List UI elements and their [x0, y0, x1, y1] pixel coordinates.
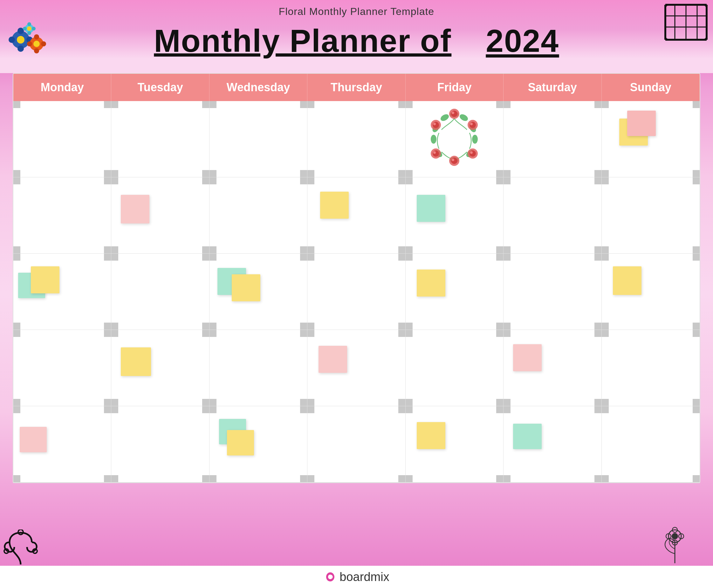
- sticky-note: [121, 195, 149, 224]
- header-section: Floral Monthly Planner Template Monthly …: [0, 0, 713, 73]
- corner-tl: [209, 330, 216, 337]
- boardmix-icon: [323, 570, 336, 583]
- sticky-note: [417, 195, 445, 222]
- corner-tl: [111, 406, 118, 413]
- svg-point-36: [431, 135, 437, 144]
- cell-r5-c6: [504, 406, 602, 482]
- svg-point-11: [27, 26, 32, 31]
- cell-r4-c6: [504, 330, 602, 406]
- sticky-note: [417, 270, 445, 297]
- sticky-note: [121, 348, 151, 376]
- corner-br: [202, 170, 209, 177]
- corner-br: [496, 246, 503, 253]
- cell-r4-c5: [405, 330, 504, 406]
- svg-point-39: [451, 111, 457, 117]
- corner-bl: [504, 322, 510, 330]
- corner-bl: [602, 322, 609, 330]
- cell-r2-c2: [111, 177, 209, 254]
- corner-tr: [693, 254, 700, 260]
- corner-tl: [308, 406, 314, 413]
- corner-tr: [693, 177, 700, 184]
- corner-tl: [602, 254, 609, 260]
- svg-point-29: [459, 113, 469, 122]
- corner-br: [496, 322, 503, 330]
- corner-br: [300, 322, 307, 330]
- corner-tl: [111, 330, 118, 337]
- footer: boardmix: [0, 566, 713, 588]
- sticky-note: [320, 192, 349, 219]
- svg-point-16: [41, 41, 46, 46]
- day-thursday: Thursday: [308, 74, 405, 101]
- corner-br: [104, 246, 111, 253]
- corner-tr: [693, 330, 700, 337]
- svg-point-10: [32, 27, 36, 30]
- corner-tl: [13, 406, 20, 413]
- corner-br: [398, 170, 405, 177]
- day-monday: Monday: [13, 74, 111, 101]
- corner-br: [693, 475, 700, 482]
- corner-tl: [13, 254, 20, 260]
- cell-r4-c7: [602, 330, 700, 406]
- day-saturday: Saturday: [504, 74, 602, 101]
- corner-bl: [13, 322, 20, 330]
- bottom-right-flower: [656, 525, 694, 570]
- cell-r1-c1: [13, 101, 111, 177]
- cell-r1-c5: [405, 101, 504, 177]
- corner-tr: [496, 101, 503, 108]
- svg-point-49: [433, 123, 436, 125]
- corner-bl: [504, 170, 510, 177]
- sticky-note: [232, 274, 260, 301]
- cell-r5-c1: [13, 406, 111, 482]
- cell-r1-c6: [504, 101, 602, 177]
- corner-tr: [496, 406, 503, 413]
- corner-bl: [13, 246, 20, 253]
- corner-tl: [405, 330, 413, 337]
- sticky-note: [613, 266, 642, 295]
- corner-tr: [300, 330, 307, 337]
- cell-r1-c2: [111, 101, 209, 177]
- cell-r2-c5: [405, 177, 504, 254]
- corner-tl: [405, 406, 413, 413]
- corner-tr: [693, 101, 700, 108]
- svg-point-54: [451, 158, 457, 164]
- corner-bl: [308, 399, 314, 406]
- corner-br: [594, 399, 602, 406]
- boardmix-logo: boardmix: [323, 570, 389, 584]
- cell-r2-c3: [209, 177, 308, 254]
- corner-br: [398, 399, 405, 406]
- cell-r4-c4: [308, 330, 405, 406]
- corner-bl: [504, 246, 510, 253]
- corner-bl: [13, 475, 20, 482]
- corner-bl: [602, 246, 609, 253]
- corner-bl: [209, 475, 216, 482]
- corner-tl: [602, 330, 609, 337]
- corner-bl: [209, 322, 216, 330]
- day-sunday: Sunday: [602, 74, 700, 101]
- corner-tr: [594, 330, 602, 337]
- corner-br: [594, 475, 602, 482]
- corner-tl: [111, 254, 118, 260]
- corner-bl: [602, 475, 609, 482]
- corner-br: [202, 399, 209, 406]
- corner-br: [496, 170, 503, 177]
- corner-bl: [209, 246, 216, 253]
- corner-tl: [504, 177, 510, 184]
- sticky-note: [31, 266, 59, 293]
- corner-br: [202, 475, 209, 482]
- corner-tl: [308, 101, 314, 108]
- svg-point-5: [17, 36, 24, 44]
- corner-br: [300, 399, 307, 406]
- corner-br: [300, 246, 307, 253]
- corner-bl: [405, 399, 413, 406]
- cell-r3-c6: [504, 254, 602, 330]
- sticky-note: [227, 430, 254, 456]
- cell-r2-c1: [13, 177, 111, 254]
- cell-r4-c2: [111, 330, 209, 406]
- cell-r5-c3: [209, 406, 308, 482]
- boardmix-label: boardmix: [339, 570, 389, 584]
- svg-point-45: [469, 150, 476, 157]
- corner-flowers: [6, 19, 48, 62]
- cell-r1-c7: [602, 101, 700, 177]
- floral-wreath: [426, 107, 483, 168]
- corner-tr: [594, 254, 602, 260]
